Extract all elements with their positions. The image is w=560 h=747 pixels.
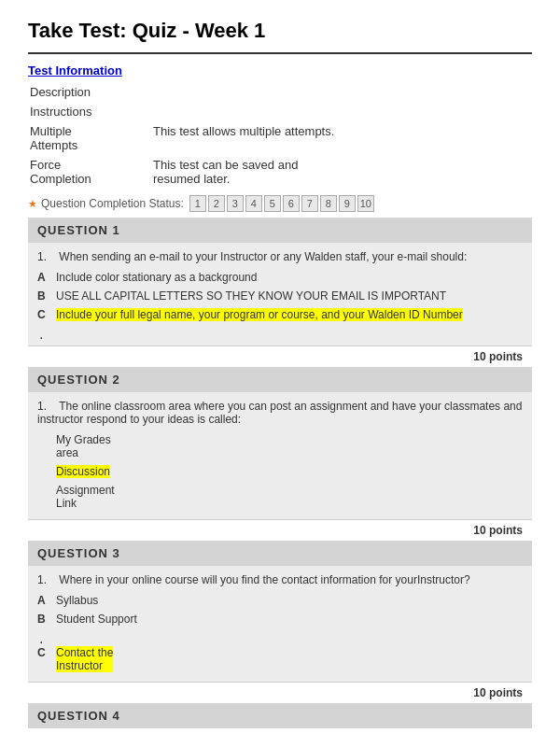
info-val-instructions bbox=[153, 103, 530, 120]
answer-2b[interactable]: Discussion bbox=[37, 465, 523, 478]
answer-3a-text: Syllabus bbox=[56, 594, 98, 607]
page-box-2[interactable]: 2 bbox=[208, 195, 225, 212]
answer-1b-label: B bbox=[37, 289, 50, 303]
dot-1: . bbox=[39, 326, 43, 342]
dot-3: . bbox=[39, 630, 43, 646]
info-key-multiple-attempts: MultipleAttempts bbox=[30, 122, 151, 154]
completion-status-label: Question Completion Status: bbox=[41, 197, 184, 210]
table-row: Instructions bbox=[30, 103, 530, 120]
table-row: MultipleAttempts This test allows multip… bbox=[30, 122, 530, 154]
question-3-points: 10 points bbox=[28, 682, 532, 703]
answer-3c-label: C bbox=[37, 646, 50, 659]
answer-1b[interactable]: B USE ALL CAPITAL LETTERS SO THEY KNOW Y… bbox=[37, 289, 523, 303]
test-information-link[interactable]: Test Information bbox=[28, 63, 532, 78]
question-4-header: QUESTION 4 bbox=[28, 703, 532, 728]
page-box-5[interactable]: 5 bbox=[264, 195, 281, 212]
question-3-header: QUESTION 3 bbox=[28, 541, 532, 566]
info-val-multiple-attempts: This test allows multiple attempts. bbox=[153, 122, 530, 154]
answer-3a-label: A bbox=[37, 594, 50, 607]
answer-2c-text: AssignmentLink bbox=[56, 484, 115, 510]
answer-3b[interactable]: B Student Support bbox=[37, 613, 523, 626]
question-4-section: QUESTION 4 bbox=[28, 703, 532, 728]
question-1-body: 1. When sending an e-mail to your Instru… bbox=[28, 243, 532, 345]
page-boxes[interactable]: 1 2 3 4 5 6 7 8 9 10 bbox=[189, 195, 374, 212]
info-key-description: Description bbox=[30, 83, 151, 101]
question-2-header: QUESTION 2 bbox=[28, 367, 532, 392]
question-1-text: 1. When sending an e-mail to your Instru… bbox=[37, 250, 523, 263]
question-3-number: 1. bbox=[37, 573, 47, 586]
answer-2c[interactable]: AssignmentLink bbox=[37, 484, 523, 510]
question-2-body: 1. The online classroom area where you c… bbox=[28, 392, 532, 519]
info-key-force-completion: ForceCompletion bbox=[30, 156, 151, 188]
question-3-body: 1. Where in your online course will you … bbox=[28, 566, 532, 682]
completion-status-row: ★ Question Completion Status: 1 2 3 4 5 … bbox=[28, 195, 532, 212]
table-row: ForceCompletion This test can be saved a… bbox=[30, 156, 530, 188]
info-key-instructions: Instructions bbox=[30, 103, 151, 120]
title-divider bbox=[28, 52, 532, 54]
completion-icon: ★ bbox=[28, 198, 37, 210]
answer-1a[interactable]: A Include color stationary as a backgrou… bbox=[37, 271, 523, 284]
page-box-8[interactable]: 8 bbox=[320, 195, 337, 212]
table-row: Description bbox=[30, 83, 530, 101]
answer-1c-label: C bbox=[37, 308, 50, 321]
question-2-number: 1. bbox=[37, 400, 47, 413]
question-1-header: QUESTION 1 bbox=[28, 218, 532, 243]
question-3-text: 1. Where in your online course will you … bbox=[37, 573, 523, 586]
answer-2b-text: Discussion bbox=[56, 465, 110, 478]
test-information-section: Test Information Description Instruction… bbox=[28, 63, 532, 212]
test-info-table: Description Instructions MultipleAttempt… bbox=[28, 81, 532, 190]
answer-2a-text: My Gradesarea bbox=[56, 433, 111, 459]
question-2-section: QUESTION 2 1. The online classroom area … bbox=[28, 367, 532, 541]
page-box-10[interactable]: 10 bbox=[357, 195, 374, 212]
question-1-section: QUESTION 1 1. When sending an e-mail to … bbox=[28, 218, 532, 367]
page-box-7[interactable]: 7 bbox=[301, 195, 318, 212]
answer-2a[interactable]: My Gradesarea bbox=[37, 433, 523, 459]
page-box-1[interactable]: 1 bbox=[189, 195, 206, 212]
answer-3b-text: Student Support bbox=[56, 613, 137, 626]
answer-3c-text: Contact theInstructor bbox=[56, 646, 113, 672]
answer-3a[interactable]: A Syllabus bbox=[37, 594, 523, 607]
page-box-4[interactable]: 4 bbox=[245, 195, 262, 212]
page-box-9[interactable]: 9 bbox=[339, 195, 356, 212]
answer-3b-label: B bbox=[37, 613, 50, 626]
answer-1a-text: Include color stationary as a background bbox=[56, 271, 257, 284]
answer-1c[interactable]: C Include your full legal name, your pro… bbox=[37, 308, 523, 321]
info-val-description bbox=[153, 83, 530, 101]
question-2-text: 1. The online classroom area where you c… bbox=[37, 400, 523, 426]
info-val-force-completion: This test can be saved andresumed later. bbox=[153, 156, 530, 188]
page-title: Take Test: Quiz - Week 1 bbox=[28, 19, 532, 43]
question-1-points: 10 points bbox=[28, 345, 532, 367]
question-3-section: QUESTION 3 1. Where in your online cours… bbox=[28, 541, 532, 703]
question-3-prompt: Where in your online course will you fin… bbox=[59, 573, 469, 586]
question-1-prompt: When sending an e-mail to your Instructo… bbox=[59, 250, 467, 263]
question-2-prompt: The online classroom area where you can … bbox=[37, 400, 522, 426]
answer-1c-text: Include your full legal name, your progr… bbox=[56, 308, 463, 321]
page-box-3[interactable]: 3 bbox=[227, 195, 244, 212]
answer-1a-label: A bbox=[37, 271, 50, 284]
page-box-6[interactable]: 6 bbox=[283, 195, 300, 212]
question-2-points: 10 points bbox=[28, 519, 532, 541]
answer-3c[interactable]: C Contact theInstructor bbox=[37, 646, 523, 672]
question-1-number: 1. bbox=[37, 250, 47, 263]
answer-1b-text: USE ALL CAPITAL LETTERS SO THEY KNOW YOU… bbox=[56, 289, 446, 303]
